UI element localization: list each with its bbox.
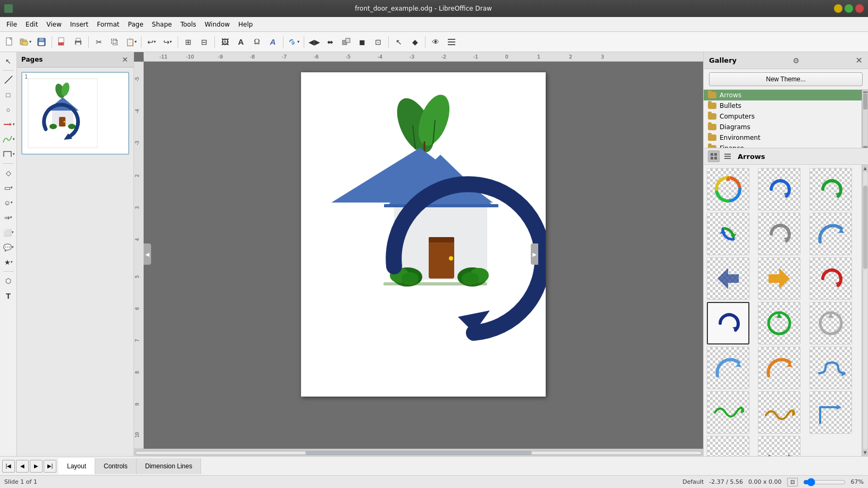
menu-file[interactable]: File [2,19,21,30]
gallery-theme-bullets[interactable]: Bullets [704,100,862,111]
flowchart-tool[interactable]: ⬜▾ [2,225,15,239]
tab-controls[interactable]: Controls [95,458,137,474]
gallery-item-18[interactable] [809,391,852,434]
special-char-button[interactable]: Ω [249,35,264,49]
menu-help[interactable]: Help [234,19,257,30]
canvas-viewport[interactable]: ◀ [144,62,703,449]
print-button[interactable] [71,35,86,49]
gallery-item-14[interactable] [758,347,800,389]
menu-format[interactable]: Format [93,19,123,30]
tab-layout[interactable]: Layout [59,458,95,474]
pointer-mode[interactable]: ↖ [391,35,406,49]
gallery-theme-environment[interactable]: Environment [704,132,862,143]
rect-tool[interactable]: □ [2,88,15,102]
paste-dropdown[interactable]: 📋▾ [123,35,138,49]
show-panel[interactable]: 👁 [428,35,443,49]
undo-dropdown[interactable]: ↩▾ [144,35,159,49]
first-page-button[interactable]: |◀ [2,460,15,473]
gallery-item-16[interactable] [707,391,749,434]
gallery-item-4[interactable] [707,213,749,255]
menu-page[interactable]: Page [124,19,148,30]
gallery-item-13[interactable] [707,347,749,389]
gallery-item-17[interactable] [758,391,800,434]
shapes-mode[interactable]: ◆ [407,35,422,49]
gallery-item-19[interactable] [707,436,749,456]
new-theme-button[interactable]: New Theme... [709,72,863,86]
snap-button[interactable]: ⊟ [197,35,212,49]
h-scrollbar-thumb[interactable] [305,451,532,455]
page-thumbnail-1[interactable]: 1 [21,72,129,155]
basic-shapes-tool[interactable]: ▭▾ [2,181,15,195]
gallery-item-10[interactable] [707,302,749,344]
pages-close-button[interactable]: ✕ [121,55,129,64]
arrange[interactable] [339,35,354,49]
gallery-settings-button[interactable]: ⚙ [793,56,800,65]
grid-button[interactable]: ⊞ [181,35,196,49]
gallery-item-8[interactable] [758,257,800,300]
save-button[interactable] [34,35,49,49]
list-view-button[interactable] [722,150,733,162]
connector-tool[interactable]: ▾ [2,147,15,161]
line-tool[interactable] [2,73,15,87]
gallery-item-12[interactable] [809,302,852,344]
symbol-shapes-tool[interactable]: ☺▾ [2,196,15,209]
close-button[interactable] [855,4,864,13]
gallery-item-1[interactable] [707,168,749,211]
text-insert-tool[interactable]: T [2,289,15,302]
copy-button[interactable]: ⿻ [107,35,122,49]
new-button[interactable] [2,35,17,49]
last-page-button[interactable]: ▶| [44,460,56,473]
zoom-slider[interactable] [803,478,846,486]
gallery-item-11[interactable] [758,302,800,344]
fontwork-button[interactable]: A [265,35,280,49]
h-scrollbar[interactable] [134,449,703,456]
ellipse-tool[interactable]: ○ [2,103,15,116]
diamond-tool[interactable]: ◇ [2,166,15,180]
expand-gallery-button[interactable]: ▶ [531,243,538,265]
gallery-item-2[interactable] [758,168,800,211]
align-objects2[interactable]: ⬌ [323,35,338,49]
gallery-item-7[interactable] [707,257,749,300]
gallery-item-15[interactable] [809,347,852,389]
block-arrows-tool[interactable]: ⇒▾ [2,211,15,224]
3d-tool[interactable]: ⬡ [2,274,15,288]
gallery-theme-finance[interactable]: Finance [704,143,862,148]
menu-edit[interactable]: Edit [21,19,42,30]
menu-insert[interactable]: Insert [66,19,93,30]
callout-tool[interactable]: 💬▾ [2,240,15,254]
gallery-items-scrollbar[interactable]: ▲ ▼ [862,165,868,456]
fit-page-button[interactable]: ⊡ [787,478,798,486]
gallery-theme-arrows[interactable]: Arrows [704,90,862,100]
gallery-theme-diagrams[interactable]: Diagrams [704,122,862,132]
themes-scrollbar[interactable] [862,90,868,148]
next-page-button[interactable]: ▶ [30,460,43,473]
insert-text-button[interactable]: A [233,35,248,49]
export-pdf-button[interactable]: PDF [55,35,70,49]
menu-shape[interactable]: Shape [148,19,177,30]
grid-view-button[interactable] [708,150,720,162]
gallery-item-9[interactable] [809,257,852,300]
crop-button[interactable]: ⊡ [371,35,386,49]
tab-dimension-lines[interactable]: Dimension Lines [137,458,202,474]
gallery-item-20[interactable] [758,436,800,456]
prev-page-button[interactable]: ◀ [16,460,29,473]
maximize-button[interactable] [845,4,853,13]
gallery-theme-computers[interactable]: Computers [704,111,862,122]
redo-dropdown[interactable]: ↪▾ [160,35,175,49]
minimize-button[interactable] [834,4,842,13]
curve-tool[interactable]: ▾ [2,132,15,146]
menu-view[interactable]: View [42,19,65,30]
gallery-item-6[interactable] [809,213,852,255]
gallery-item-3[interactable] [809,168,852,211]
align-objects[interactable]: ◀▶ [307,35,322,49]
gallery-close-button[interactable]: ✕ [856,55,863,65]
extra-panel[interactable] [444,35,459,49]
gallery-item-5[interactable] [758,213,800,255]
select-tool[interactable]: ↖ [2,54,15,68]
insert-image-button[interactable]: 🖼 [218,35,232,49]
shadow-button[interactable]: ◼ [355,35,370,49]
menu-window[interactable]: Window [201,19,234,30]
menu-tools[interactable]: Tools [176,19,201,30]
open-dropdown[interactable]: ▾ [18,35,33,49]
collapse-pages-button[interactable]: ◀ [144,243,151,265]
